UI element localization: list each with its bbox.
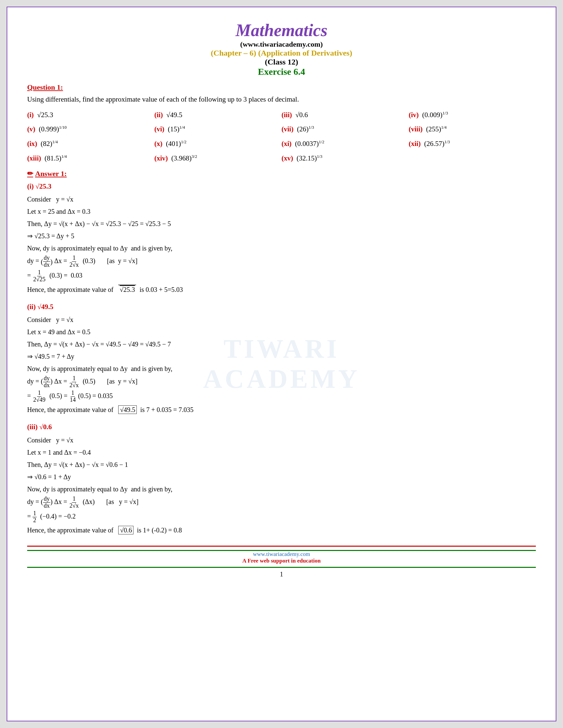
problem-xv: (xv) (32.15)1/3 <box>282 152 409 165</box>
line-i-7: = 12√25 (0.3) = 0.03 <box>27 269 536 283</box>
part-ii-heading: (ii) √49.5 <box>27 301 536 313</box>
problem-viii: (viii) (255)1/4 <box>409 123 536 136</box>
problem-xii: (xii) (26.57)1/3 <box>409 138 536 150</box>
problem-vii: (vii) (26)1/3 <box>282 123 409 136</box>
problem-xi: (xi) (0.0037)1/2 <box>282 138 409 150</box>
problem-iii: (iii) √0.6 <box>282 109 409 121</box>
problem-i: (i) √25.3 <box>27 109 154 121</box>
problem-placeholder <box>409 152 536 165</box>
footer-divider-green-2 <box>27 567 536 568</box>
line-i-8: Hence, the approximate value of √25.3 is… <box>27 284 536 295</box>
part-i-heading: (i) √25.3 <box>27 181 536 193</box>
answer-part-ii: (ii) √49.5 Consider y = √x Let x = 49 an… <box>27 301 536 416</box>
header-exercise: Exercise 6.4 <box>27 67 536 77</box>
line-iii-7: = 12 (−0.4) = −0.2 <box>27 510 536 524</box>
problem-iv: (iv) (0.009)1/3 <box>409 109 536 121</box>
page: TIWARIACADEMY Mathematics (www.tiwariaca… <box>7 7 556 721</box>
header: Mathematics (www.tiwariacademy.com) (Cha… <box>27 21 536 77</box>
question-1: Question 1: Using differentials, find th… <box>27 83 536 536</box>
problem-xiii: (xiii) (81.5)1/4 <box>27 152 154 165</box>
line-i-5: Now, dy is approximately equal to Δy and… <box>27 243 536 254</box>
page-number: 1 <box>27 570 536 578</box>
footer-website: www.tiwariacademy.com <box>27 551 536 558</box>
line-ii-4: ⇒ √49.5 = 7 + Δy <box>27 351 536 362</box>
line-iii-3: Then, Δy = √(x + Δx) − √x = √0.6 − 1 <box>27 459 536 470</box>
line-iii-1: Consider y = √x <box>27 434 536 446</box>
line-i-3: Then, Δy = √(x + Δx) − √x = √25.3 − √25 … <box>27 218 536 229</box>
problem-ii: (ii) √49.5 <box>154 109 282 121</box>
header-chapter: (Chapter – 6) (Application of Derivative… <box>27 49 536 58</box>
problem-xiv: (xiv) (3.968)3/2 <box>154 152 282 165</box>
answer-part-i: (i) √25.3 Consider y = √x Let x = 25 and… <box>27 181 536 295</box>
problem-vi: (vi) (15)1/4 <box>154 123 282 136</box>
line-ii-5: Now, dy is approximately equal to Δy and… <box>27 363 536 374</box>
problem-ix: (ix) (82)1/4 <box>27 138 154 150</box>
line-ii-1: Consider y = √x <box>27 314 536 325</box>
header-class: (Class 12) <box>27 58 536 67</box>
line-iii-2: Let x = 1 and Δx = −0.4 <box>27 447 536 458</box>
line-ii-8: Hence, the approximate value of √49.5 is… <box>27 404 536 415</box>
footer-divider-red <box>27 546 536 549</box>
line-i-4: ⇒ √25.3 = Δy + 5 <box>27 230 536 242</box>
line-i-2: Let x = 25 and Δx = 0.3 <box>27 206 536 217</box>
line-ii-6: dy = (dydx) Δx = 12√x (0.5) [as y = √x] <box>27 375 536 389</box>
header-website: (www.tiwariacademy.com) <box>27 40 536 49</box>
part-iii-heading: (iii) √0.6 <box>27 421 536 433</box>
problem-x: (x) (401)1/2 <box>154 138 282 150</box>
line-ii-7: = 12√49 (0.5) = 114 (0.5) = 0.035 <box>27 390 536 403</box>
line-ii-2: Let x = 49 and Δx = 0.5 <box>27 326 536 338</box>
line-iii-4: ⇒ √0.6 = 1 + Δy <box>27 471 536 482</box>
answer-label: ✏ Answer 1: <box>27 169 536 178</box>
problem-v: (v) (0.999)1/10 <box>27 123 154 136</box>
pencil-icon: ✏ <box>27 169 33 178</box>
page-title: Mathematics <box>27 21 536 40</box>
line-i-1: Consider y = √x <box>27 194 536 205</box>
question-text: Using differentials, find the approximat… <box>27 94 536 105</box>
line-iii-6: dy = (dydx) Δx = 12√x (Δx) [as y = √x] <box>27 496 536 509</box>
line-iii-8: Hence, the approximate value of √0.6 is … <box>27 524 536 536</box>
answer-part-iii: (iii) √0.6 Consider y = √x Let x = 1 and… <box>27 421 536 536</box>
problems-grid: (i) √25.3 (ii) √49.5 (iii) √0.6 (iv) (0.… <box>27 109 536 165</box>
line-i-6: dy = (dydx) Δx = 12√x (0.3) [as y = √x] <box>27 255 536 268</box>
line-ii-3: Then, Δy = √(x + Δx) − √x = √49.5 − √49 … <box>27 339 536 350</box>
line-iii-5: Now, dy is approximately equal to Δy and… <box>27 483 536 495</box>
footer-tagline: A Free web support in education <box>27 558 536 564</box>
question-label: Question 1: <box>27 83 536 92</box>
